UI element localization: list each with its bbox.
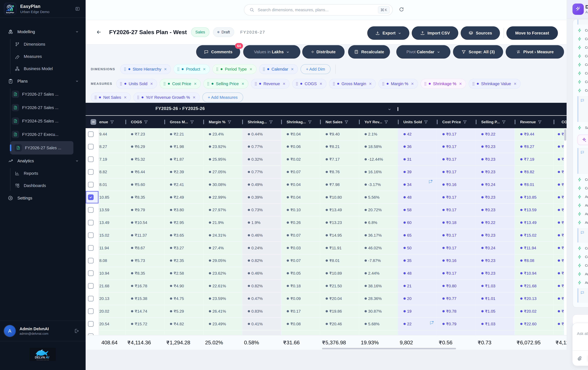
svg-text:TECHNOLOGIES: TECHNOLOGIES	[36, 359, 49, 360]
svg-text:EasyPlan: EasyPlan	[6, 11, 14, 13]
svg-text:AI: AI	[45, 355, 49, 359]
svg-text:DELVN: DELVN	[35, 356, 45, 359]
